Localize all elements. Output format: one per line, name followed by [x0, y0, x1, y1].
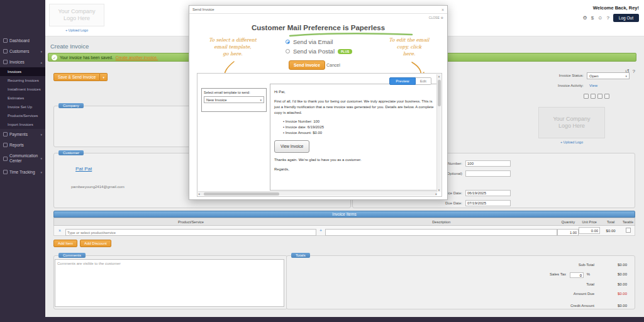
radio-selected-icon[interactable] [286, 40, 290, 44]
submenu-item-recurring-invoices[interactable]: Recurring Invoices [0, 76, 45, 85]
unit-price-input[interactable] [579, 227, 600, 234]
preview-button[interactable]: Preview [389, 77, 415, 85]
invoice-logo-placeholder[interactable]: Your Company Logo Here [538, 107, 605, 138]
close-icon[interactable]: × [441, 8, 444, 12]
company-logo-placeholder[interactable]: Your Company Logo Here [49, 4, 104, 26]
time-tracking-icon [3, 170, 8, 174]
sidebar-item-communication-center[interactable]: Communication Center ▾ [0, 150, 45, 167]
invoice-status-select[interactable]: Open ▾ [587, 72, 630, 79]
chevron-up-icon: ▴ [40, 60, 42, 64]
sidebar-item-customers[interactable]: Customers ▾ [0, 46, 45, 57]
submenu-item-installment-invoices[interactable]: Installment Invoices [0, 85, 45, 94]
logout-button[interactable]: Log Out [613, 14, 639, 22]
save-send-caret-icon[interactable]: ▾ [100, 73, 108, 81]
product-service-input[interactable] [65, 229, 316, 236]
annotation-template: To select a different email template, go… [201, 37, 265, 58]
delete-row-icon[interactable]: × [54, 228, 65, 233]
sidebar-item-invoices[interactable]: Invoices ▴ [0, 57, 45, 67]
download-pdf-icon[interactable] [604, 94, 609, 99]
upload-logo-link[interactable]: + Upload Logo [538, 140, 605, 144]
radio-unselected-icon[interactable] [286, 49, 290, 53]
invoice-activity-view-link[interactable]: View [589, 84, 597, 87]
add-product-icon[interactable]: + [316, 228, 325, 233]
cancel-link[interactable]: Cancel [326, 63, 340, 67]
dollar-icon[interactable]: $ [591, 16, 594, 21]
check-icon: ✓ [52, 55, 57, 60]
annotation-line: email template, [201, 44, 265, 51]
scroll-up-icon[interactable]: ▴ [438, 74, 440, 78]
submenu-item-invoice-set-up[interactable]: Invoice Set Up [0, 103, 45, 111]
po-number-input[interactable] [465, 170, 511, 177]
scroll-down-icon[interactable]: ▾ [437, 188, 441, 192]
col-unit-price: Unit Price [579, 220, 600, 224]
sales-tax-rate-input[interactable] [570, 272, 584, 278]
chevron-down-icon: ▾ [40, 133, 42, 136]
scrollbar-thumb[interactable] [438, 80, 441, 106]
quantity-input[interactable] [557, 229, 579, 236]
plus-badge: PLUS [338, 49, 352, 54]
email-preview-panel: Select email template to send: New Invoi… [197, 73, 442, 197]
upload-logo-link[interactable]: + Upload Logo [49, 28, 104, 32]
comments-textarea[interactable]: Comments are visible to the customer [55, 259, 284, 307]
credit-amount-row: Credit Amount $0.00 [286, 304, 644, 310]
create-another-invoice-link[interactable]: Create another invoice. [116, 55, 158, 60]
invoice-number-input[interactable] [465, 160, 511, 167]
gear-icon[interactable]: ⚙ [583, 16, 587, 21]
close-circle-icon: ⊗ [441, 16, 443, 19]
sidebar-item-dashboard[interactable]: Dashboard [0, 35, 45, 46]
copy-icon[interactable] [597, 94, 602, 99]
sidebar-item-label: Customers [9, 49, 29, 53]
welcome-text: Welcome Back, Rey! [593, 5, 639, 11]
help-icon[interactable]: ? [633, 69, 635, 74]
submenu-item-estimates[interactable]: Estimates [0, 94, 45, 103]
template-select[interactable]: New Invoice ▾ [204, 96, 264, 103]
close-label: CLOSE [429, 16, 440, 19]
edit-button[interactable]: Edit [416, 77, 431, 85]
save-send-invoice-button[interactable]: Save & Send Invoice [53, 73, 100, 81]
email-greeting: Hi Pat, [274, 89, 434, 95]
modal-heading: Customer Mail Preference is Paperless [189, 24, 447, 31]
scrollbar-thumb[interactable] [204, 192, 279, 196]
submenu-item-import-invoices[interactable]: Import Invoices [0, 120, 45, 129]
page-title: Create Invoice [50, 43, 89, 50]
add-discount-button[interactable]: Add Discount [80, 240, 111, 247]
user-icon[interactable]: ☺ [597, 16, 602, 21]
footer-bar [0, 317, 644, 322]
submenu-item-invoices[interactable]: Invoices [0, 67, 45, 76]
description-input[interactable] [325, 229, 557, 236]
due-date-input[interactable] [465, 200, 511, 206]
credit-amount-label: Credit Amount [570, 304, 594, 308]
print-icon[interactable] [591, 94, 596, 99]
sidebar-item-reports[interactable]: Reports [0, 140, 45, 150]
sidebar-item-label: Time Tracking [9, 170, 35, 174]
template-selector: Select email template to send: New Invoi… [201, 88, 267, 112]
send-invoice-button[interactable]: Send Invoice [289, 60, 325, 70]
scroll-left-icon[interactable]: ◂ [198, 192, 200, 196]
template-label: Select email template to send: [204, 91, 264, 94]
add-item-button[interactable]: Add Item [53, 240, 77, 247]
chevron-down-icon: ▾ [40, 170, 42, 174]
sidebar-item-label: Payments [9, 132, 28, 136]
customer-section-tag: Customer [58, 150, 84, 155]
sidebar-item-time-tracking[interactable]: Time Tracking ▾ [0, 167, 45, 177]
invoice-date-input[interactable] [465, 190, 511, 196]
logo-placeholder-line1: Your Company [553, 116, 590, 123]
annotation-line: copy, click [379, 44, 439, 51]
preview-invoice-icon[interactable] [584, 94, 589, 99]
sales-tax-row: Sales Tax % $0.00 [286, 272, 644, 279]
modal-close-button[interactable]: CLOSE ⊗ [429, 16, 443, 19]
sidebar-item-payments[interactable]: Payments ▾ [0, 129, 45, 140]
vertical-scrollbar[interactable]: ▴ ▾ [436, 74, 441, 192]
submenu-item-products-services[interactable]: Products/Services [0, 111, 45, 120]
help-icon[interactable]: ? [606, 16, 609, 21]
send-via-email-option[interactable]: Send via Email [286, 38, 352, 45]
horizontal-scrollbar[interactable]: ◂ ▸ [198, 191, 437, 196]
scroll-right-icon[interactable]: ▸ [435, 192, 437, 196]
send-via-postal-option[interactable]: Send via Postal PLUS [286, 48, 352, 55]
sidebar-item-label: Reports [9, 143, 24, 147]
annotation-line: go here. [201, 51, 265, 58]
view-invoice-button[interactable]: View Invoice [274, 140, 309, 153]
dashboard-icon [3, 38, 8, 43]
taxable-checkbox[interactable] [626, 228, 631, 233]
customer-name-link[interactable]: Pat Pat [75, 166, 92, 172]
